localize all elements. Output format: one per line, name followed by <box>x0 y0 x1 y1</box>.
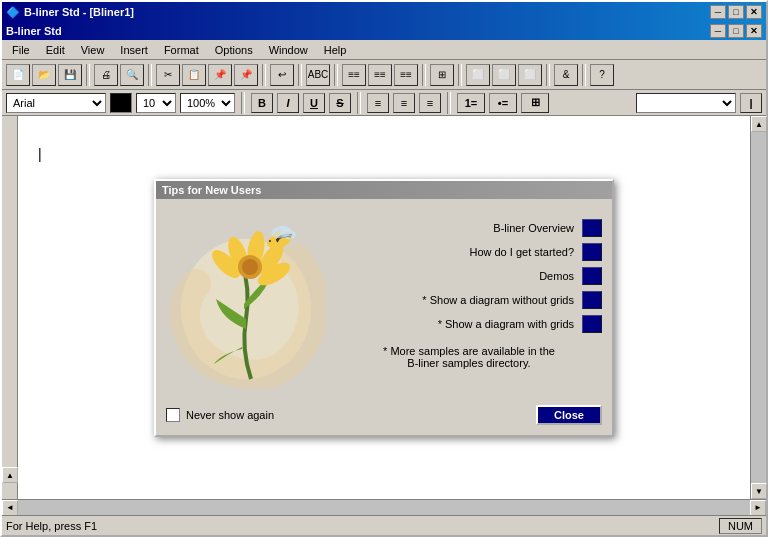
tb7[interactable]: ⬜ <box>518 64 542 86</box>
menu-help[interactable]: Help <box>316 42 355 58</box>
link-btn-demos[interactable] <box>582 267 602 285</box>
tb6[interactable]: ⬜ <box>492 64 516 86</box>
inner-title-controls: ─ □ ✕ <box>710 24 762 38</box>
dialog-content: B-liner Overview How do I get started? D… <box>156 199 612 399</box>
menu-view[interactable]: View <box>73 42 113 58</box>
align-right-button[interactable]: ≡ <box>419 93 441 113</box>
title-bar-left: 🔷 B-liner Std - [Bliner1] <box>6 6 134 19</box>
scroll-left-button[interactable]: ◄ <box>2 500 18 516</box>
ruler-corner[interactable]: ▲ <box>2 467 18 483</box>
bold-button[interactable]: B <box>251 93 273 113</box>
menu-options[interactable]: Options <box>207 42 261 58</box>
tb3[interactable]: ≡≡ <box>394 64 418 86</box>
italic-button[interactable]: I <box>277 93 299 113</box>
print-preview-button[interactable]: 🔍 <box>120 64 144 86</box>
zoom-select[interactable]: 100% <box>180 93 235 113</box>
link-btn-no-grids[interactable] <box>582 291 602 309</box>
svg-point-7 <box>242 259 258 275</box>
link-btn-with-grids[interactable] <box>582 315 602 333</box>
style-btn[interactable]: | <box>740 93 762 113</box>
toolbar-sep-6 <box>422 64 426 86</box>
link-row-with-grids: * Show a diagram with grids <box>336 315 602 333</box>
minimize-button[interactable]: ─ <box>710 5 726 19</box>
font-color-box[interactable] <box>110 93 132 113</box>
dialog-note-line1: * More samples are available in the <box>336 345 602 357</box>
never-show-checkbox[interactable] <box>166 408 180 422</box>
undo-button[interactable]: ↩ <box>270 64 294 86</box>
menu-insert[interactable]: Insert <box>112 42 156 58</box>
status-help-text: For Help, press F1 <box>6 520 719 532</box>
menu-edit[interactable]: Edit <box>38 42 73 58</box>
outline-button[interactable]: ⊞ <box>521 93 549 113</box>
tips-dialog: Tips for New Users <box>154 179 614 437</box>
inner-close-button[interactable]: ✕ <box>746 24 762 38</box>
paste-button[interactable]: 📌 <box>208 64 232 86</box>
never-show-label: Never show again <box>186 409 274 421</box>
copy-button[interactable]: 📋 <box>182 64 206 86</box>
main-toolbar: 📄 📂 💾 🖨 🔍 ✂ 📋 📌 📌 ↩ ABC ≡≡ ≡≡ ≡≡ ⊞ ⬜ ⬜ ⬜… <box>2 60 766 90</box>
toolbar-sep-5 <box>334 64 338 86</box>
print-button[interactable]: 🖨 <box>94 64 118 86</box>
tb2[interactable]: ≡≡ <box>368 64 392 86</box>
scroll-track-v[interactable] <box>751 132 766 483</box>
align-left-button[interactable]: ≡ <box>367 93 389 113</box>
tb5[interactable]: ⬜ <box>466 64 490 86</box>
link-label-with-grids: * Show a diagram with grids <box>438 318 574 330</box>
save-button[interactable]: 💾 <box>58 64 82 86</box>
link-row-demos: Demos <box>336 267 602 285</box>
tb4[interactable]: ⊞ <box>430 64 454 86</box>
tb1[interactable]: ≡≡ <box>342 64 366 86</box>
new-button[interactable]: 📄 <box>6 64 30 86</box>
left-ruler: ▲ <box>2 116 18 499</box>
inner-app-title: B-liner Std <box>6 25 62 37</box>
font-select[interactable]: Arial <box>6 93 106 113</box>
help-button[interactable]: ? <box>590 64 614 86</box>
format-sep-2 <box>357 92 361 114</box>
app-window: 🔷 B-liner Std - [Bliner1] ─ □ ✕ B-liner … <box>0 0 768 537</box>
scroll-down-button[interactable]: ▼ <box>751 483 767 499</box>
align-center-button[interactable]: ≡ <box>393 93 415 113</box>
dialog-title-bar: Tips for New Users <box>156 181 612 199</box>
menu-file[interactable]: File <box>4 42 38 58</box>
close-button[interactable]: ✕ <box>746 5 762 19</box>
link-btn-started[interactable] <box>582 243 602 261</box>
format-sep-1 <box>241 92 245 114</box>
tb8[interactable]: & <box>554 64 578 86</box>
inner-minimize-button[interactable]: ─ <box>710 24 726 38</box>
paste2-button[interactable]: 📌 <box>234 64 258 86</box>
style-select[interactable] <box>636 93 736 113</box>
scroll-right-button[interactable]: ► <box>750 500 766 516</box>
close-dialog-button[interactable]: Close <box>536 405 602 425</box>
dialog-overlay: Tips for New Users <box>18 116 750 499</box>
spell-button[interactable]: ABC <box>306 64 330 86</box>
cut-button[interactable]: ✂ <box>156 64 180 86</box>
status-mode: NUM <box>719 518 762 534</box>
link-row-overview: B-liner Overview <box>336 219 602 237</box>
toolbar-sep-9 <box>582 64 586 86</box>
svg-point-12 <box>269 240 271 242</box>
open-button[interactable]: 📂 <box>32 64 56 86</box>
font-size-select[interactable]: 10 <box>136 93 176 113</box>
scroll-track-h[interactable] <box>18 500 750 516</box>
numbered-list-button[interactable]: 1= <box>457 93 485 113</box>
scroll-up-button[interactable]: ▲ <box>751 116 767 132</box>
link-label-started: How do I get started? <box>469 246 574 258</box>
inner-title-bar: B-liner Std ─ □ ✕ <box>2 22 766 40</box>
editor-container: ▲ | Tips for New Users <box>2 116 766 499</box>
app-icon: 🔷 <box>6 6 20 19</box>
menu-format[interactable]: Format <box>156 42 207 58</box>
dialog-links: B-liner Overview How do I get started? D… <box>336 209 602 389</box>
strikethrough-button[interactable]: S <box>329 93 351 113</box>
dialog-note: * More samples are available in the B-li… <box>336 339 602 371</box>
inner-maximize-button[interactable]: □ <box>728 24 744 38</box>
bulleted-list-button[interactable]: •= <box>489 93 517 113</box>
toolbar-sep-2 <box>148 64 152 86</box>
toolbar-sep-3 <box>262 64 266 86</box>
toolbar-sep-4 <box>298 64 302 86</box>
maximize-button[interactable]: □ <box>728 5 744 19</box>
underline-button[interactable]: U <box>303 93 325 113</box>
link-label-overview: B-liner Overview <box>493 222 574 234</box>
format-bar: Arial 10 100% B I U S ≡ ≡ ≡ 1= •= ⊞ | <box>2 90 766 116</box>
menu-window[interactable]: Window <box>261 42 316 58</box>
link-btn-overview[interactable] <box>582 219 602 237</box>
